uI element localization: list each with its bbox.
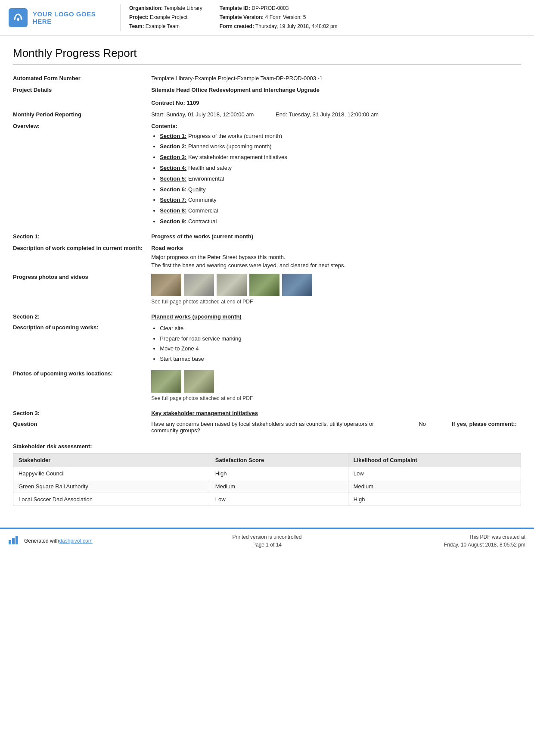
- footer-center: Printed version is uncontrolled Page 1 o…: [138, 533, 396, 549]
- contents-item-5: Section 5: Environmental: [160, 175, 517, 184]
- progress-photos-cell: See full page photos attached at end of …: [151, 271, 521, 307]
- section5-link[interactable]: Section 5:: [160, 175, 186, 182]
- project-details-value: Sitemate Head Office Redevelopment and I…: [151, 87, 517, 93]
- period-start: Start: Sunday, 01 July 2018, 12:00:00 am: [151, 111, 254, 118]
- stakeholder-section: Stakeholder risk assessment: Stakeholder…: [13, 443, 521, 506]
- overview-label: Overview:: [13, 120, 151, 231]
- team-label: Team:: [129, 23, 144, 29]
- photo-thumb-1: [151, 274, 181, 296]
- contract-value: 1109: [187, 100, 199, 106]
- desc-work-line1: Major progress on the Peter Street bypas…: [151, 254, 517, 260]
- section2-header-row: Section 2: Planned works (upcoming month…: [13, 307, 521, 322]
- section8-link[interactable]: Section 8:: [160, 207, 186, 214]
- page-header: YOUR LOGO GOES HERE Organisation: Templa…: [0, 0, 534, 36]
- stakeholder-col-1: Stakeholder: [13, 453, 210, 467]
- form-version-label: Form Version:: [270, 14, 302, 20]
- stakeholder-row-2: Green Square Rail Authority Medium Mediu…: [13, 480, 521, 493]
- logo-svg: [12, 12, 24, 24]
- section3-link[interactable]: Section 3:: [160, 154, 186, 160]
- stakeholder-row2-col3: Medium: [348, 480, 521, 493]
- section6-link[interactable]: Section 6:: [160, 186, 186, 193]
- contents-heading: Contents:: [151, 123, 517, 129]
- stakeholder-thead: Stakeholder Satisfaction Score Likelihoo…: [13, 453, 521, 467]
- contents-item-6: Section 6: Quality: [160, 185, 517, 194]
- org-label: Organisation:: [129, 5, 163, 11]
- stakeholder-row1-col2: High: [210, 467, 348, 480]
- upcoming-item-4: Start tarmac base: [160, 355, 517, 364]
- desc-work-title: Road works: [151, 245, 517, 251]
- stakeholder-row2-col1: Green Square Rail Authority: [13, 480, 210, 493]
- question-if-yes: If yes, please comment::: [452, 421, 517, 427]
- dashpivot-icon: [9, 536, 21, 546]
- monthly-period-cell: Start: Sunday, 01 July 2018, 12:00:00 am…: [151, 109, 521, 120]
- contents-item-5-text: Environmental: [186, 175, 224, 182]
- section1-link[interactable]: Section 1:: [160, 133, 186, 139]
- contents-item-8-text: Commercial: [186, 207, 218, 214]
- section3-header-row: Section 3: Key stakeholder management in…: [13, 404, 521, 418]
- template-id-label: Template ID:: [220, 5, 250, 11]
- section1-label: Section 1:: [13, 231, 151, 242]
- photo-thumb-5: [282, 274, 312, 296]
- contents-item-7-text: Community: [186, 197, 216, 203]
- version-line: Template Version: 4 Form Version: 5: [220, 13, 338, 22]
- page-footer: Generated with dashpivot.com Printed ver…: [0, 528, 534, 553]
- form-created-label: Form created:: [220, 23, 254, 29]
- section7-link[interactable]: Section 7:: [160, 197, 186, 203]
- upcoming-works-cell: Clear site Prepare for road service mark…: [151, 322, 521, 368]
- monthly-period-label: Monthly Period Reporting: [13, 109, 151, 120]
- logo-area: YOUR LOGO GOES HERE: [9, 4, 121, 31]
- upcoming-item-3: Move to Zone 4: [160, 344, 517, 353]
- stakeholder-row3-col3: High: [348, 493, 521, 506]
- svg-point-0: [17, 18, 19, 21]
- question-cell: Have any concerns been raised by local s…: [151, 418, 521, 436]
- section9-link[interactable]: Section 9:: [160, 218, 186, 225]
- upcoming-works-row: Description of upcoming works: Clear sit…: [13, 322, 521, 368]
- footer-pdf-created: This PDF was created at: [396, 533, 525, 541]
- footer-right: This PDF was created at Friday, 10 Augus…: [396, 533, 525, 549]
- section2-link[interactable]: Section 2:: [160, 143, 186, 150]
- section1-header-row: Section 1: Progress of the works (curren…: [13, 231, 521, 242]
- org-value: Template Library: [164, 5, 202, 11]
- photo-thumb-4: [249, 274, 279, 296]
- desc-work-cell: Road works Major progress on the Peter S…: [151, 242, 521, 271]
- upcoming-works-list: Clear site Prepare for road service mark…: [151, 324, 517, 364]
- footer-dashpivot-link[interactable]: dashpivot.com: [59, 538, 92, 544]
- progress-photos-row: Progress photos and videos See full page…: [13, 271, 521, 307]
- svg-rect-2: [12, 538, 15, 544]
- main-content: Monthly Progress Report Automated Form N…: [0, 36, 534, 519]
- form-created-line: Form created: Thursday, 19 July 2018, 4:…: [220, 22, 338, 31]
- contents-item-9: Section 9: Contractual: [160, 217, 517, 226]
- project-details-cell: Sitemate Head Office Redevelopment and I…: [151, 84, 521, 109]
- contents-item-9-text: Contractual: [186, 218, 217, 225]
- project-value: Example Project: [150, 14, 187, 20]
- contents-item-4-text: Health and safety: [186, 165, 232, 171]
- stakeholder-col-3: Likelihood of Complaint: [348, 453, 521, 467]
- header-meta: Organisation: Template Library Project: …: [129, 4, 525, 31]
- stakeholder-row2-col2: Medium: [210, 480, 348, 493]
- question-text: Have any concerns been raised by local s…: [151, 421, 393, 434]
- team-value: Example Team: [146, 23, 180, 29]
- footer-generated-text: Generated with: [24, 538, 59, 544]
- header-col-right: Template ID: DP-PROD-0003 Template Versi…: [220, 4, 338, 31]
- form-version-value: 5: [303, 14, 306, 20]
- template-version-value: 4: [265, 14, 268, 20]
- footer-pdf-date: Friday, 10 August 2018, 8:05:52 pm: [396, 541, 525, 549]
- question-label: Question: [13, 418, 151, 436]
- project-line: Project: Example Project: [129, 13, 202, 22]
- team-line: Team: Example Team: [129, 22, 202, 31]
- upcoming-works-label: Description of upcoming works:: [13, 322, 151, 368]
- stakeholder-row1-col3: Low: [348, 467, 521, 480]
- stakeholder-row3-col2: Low: [210, 493, 348, 506]
- info-table: Automated Form Number Template Library-E…: [13, 72, 521, 436]
- contents-item-3: Section 3: Key stakeholder management in…: [160, 153, 517, 162]
- svg-rect-1: [9, 540, 11, 544]
- form-number-label: Automated Form Number: [13, 72, 151, 84]
- section4-link[interactable]: Section 4:: [160, 165, 186, 171]
- question-answer-no: No: [419, 421, 426, 427]
- stakeholder-col-2: Satisfaction Score: [210, 453, 348, 467]
- question-row: Question Have any concerns been raised b…: [13, 418, 521, 436]
- contents-list: Section 1: Progress of the works (curren…: [151, 132, 517, 226]
- desc-work-row: Description of work completed in current…: [13, 242, 521, 271]
- contract-line: Contract No: 1109: [151, 100, 517, 106]
- stakeholder-tbody: Happyville Council High Low Green Square…: [13, 467, 521, 506]
